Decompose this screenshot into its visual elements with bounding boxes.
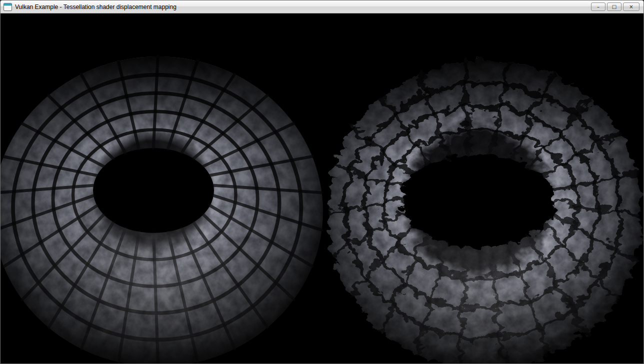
title-bar[interactable]: Vulkan Example - Tessellation shader dis… <box>0 0 644 14</box>
torus-flat <box>0 29 330 364</box>
window-controls: – □ × <box>591 2 640 11</box>
close-button[interactable]: × <box>623 2 640 11</box>
window-title: Vulkan Example - Tessellation shader dis… <box>15 4 588 10</box>
app-icon-accent <box>4 4 12 6</box>
maximize-button[interactable]: □ <box>607 2 622 11</box>
torus-displaced <box>314 28 644 364</box>
minimize-button[interactable]: – <box>591 2 606 11</box>
app-window: Vulkan Example - Tessellation shader dis… <box>0 0 644 364</box>
app-icon[interactable] <box>4 3 12 11</box>
render-viewport[interactable] <box>0 14 644 364</box>
